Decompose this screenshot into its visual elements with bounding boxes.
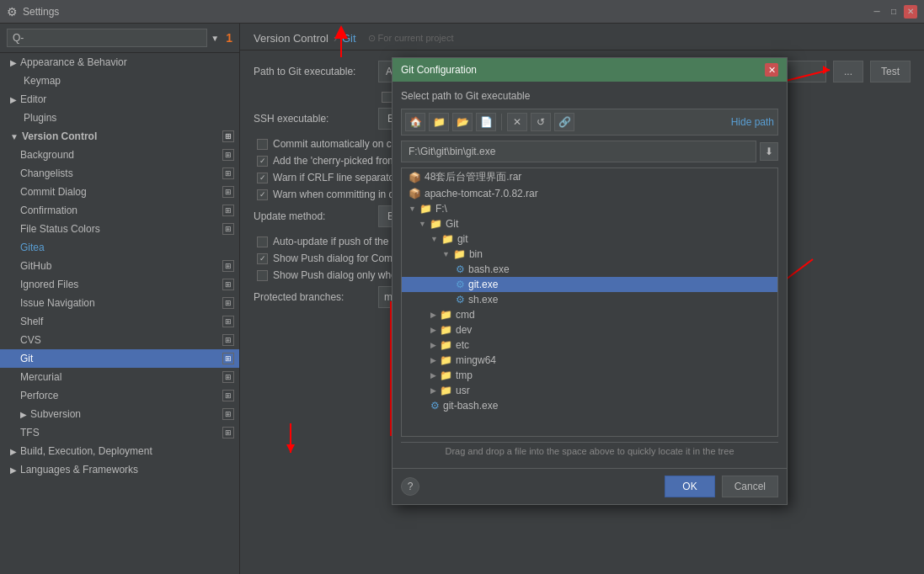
auto-update-checkbox[interactable] [257,237,268,247]
sidebar-item-mercurial[interactable]: Mercurial ⊞ [0,368,239,386]
sidebar-item-label: Keymap [24,75,61,87]
search-input[interactable] [7,29,207,47]
warn-crlf-checkbox[interactable] [257,173,268,183]
sidebar-item-commit-dialog[interactable]: Commit Dialog ⊞ [0,183,239,201]
toolbar-delete-button[interactable]: ✕ [507,113,527,131]
copy-icon: ⊞ [222,205,234,216]
expand-arrow-icon: ▼ [442,250,450,258]
toolbar-new-folder-button[interactable]: 📂 [452,113,473,131]
drag-hint: Drag and drop a file into the space abov… [401,442,778,460]
sidebar-item-appearance[interactable]: ▶ Appearance & Behavior [0,53,239,72]
main-content: Version Control › Git ⊙ For current proj… [240,24,924,574]
sidebar-item-ignored-files[interactable]: Ignored Files ⊞ [0,275,239,294]
show-push-only-checkbox[interactable] [257,270,268,281]
maximize-button[interactable]: □ [887,5,900,19]
git-path-label: Path to Git executable: [254,66,371,77]
tree-item-sh-exe[interactable]: ⚙ sh.exe [402,292,777,307]
sidebar-item-label: Build, Execution, Deployment [20,445,152,457]
browse-button[interactable]: ... [833,61,863,82]
sidebar-item-languages-frameworks[interactable]: ▶ Languages & Frameworks [0,460,239,479]
sidebar-item-git[interactable]: Git ⊞ [0,349,239,368]
tree-item-rar2[interactable]: 📦 apache-tomcat-7.0.82.rar [402,186,777,201]
sidebar-item-plugins[interactable]: Plugins [0,109,239,127]
sidebar-item-build-execution[interactable]: ▶ Build, Execution, Deployment [0,442,239,460]
sidebar-item-editor[interactable]: ▶ Editor [0,90,239,109]
toolbar-folder-button[interactable]: 📁 [429,113,449,131]
copy-icon: ⊞ [222,279,234,290]
tree-item-bin[interactable]: ▼ 📁 bin [402,247,777,262]
collapse-arrow-icon: ▶ [430,326,436,334]
tree-item-bash-exe[interactable]: ⚙ bash.exe [402,262,777,277]
hide-path-link[interactable]: Hide path [731,116,774,128]
add-cherry-checkbox[interactable] [257,156,268,167]
sidebar-item-label: Editor [20,93,46,105]
collapse-arrow-icon: ▶ [10,95,17,104]
expand-arrow-icon: ▼ [430,235,438,243]
tree-item-gitbash-exe[interactable]: ⚙ git-bash.exe [402,398,777,413]
sidebar-item-shelf[interactable]: Shelf ⊞ [0,312,239,331]
toolbar-refresh-button[interactable]: ↺ [531,113,551,131]
expand-arrow-icon: ▼ [10,132,19,141]
dialog-close-button[interactable]: ✕ [765,63,778,77]
sidebar-item-cvs[interactable]: CVS ⊞ [0,331,239,349]
collapse-arrow-icon: ▶ [10,465,17,475]
dialog-footer: ? OK Cancel [393,468,787,504]
sidebar-item-changelists[interactable]: Changelists ⊞ [0,164,239,183]
sidebar-item-subversion[interactable]: ▶ Subversion ⊞ [0,405,239,423]
sidebar-item-file-status-colors[interactable]: File Status Colors ⊞ [0,220,239,238]
sidebar-item-github[interactable]: GitHub ⊞ [0,257,239,275]
search-arrow-icon[interactable]: ▼ [211,34,219,43]
sidebar-item-label: Languages & Frameworks [20,464,138,476]
tree-item-usr[interactable]: ▶ 📁 usr [402,383,777,398]
sidebar-item-label: Perforce [20,390,58,401]
breadcrumb: Version Control › Git ⊙ For current proj… [240,24,924,50]
tree-item-git-lower[interactable]: ▼ 📁 git [402,231,777,247]
sidebar-item-keymap[interactable]: Keymap [0,72,239,90]
download-button[interactable]: ⬇ [760,142,778,161]
commit-cherry-pick-checkbox[interactable] [257,139,268,150]
toolbar-home-button[interactable]: 🏠 [405,113,425,131]
sidebar-item-perforce[interactable]: Perforce ⊞ [0,386,239,405]
sidebar-item-label: Commit Dialog [20,186,87,198]
sidebar-item-tfs[interactable]: TFS ⊞ [0,423,239,442]
sidebar-item-label: Changelists [20,167,73,179]
path-row: ⬇ [401,141,778,162]
help-button[interactable]: ? [401,477,419,496]
minimize-button[interactable]: ─ [870,5,884,19]
sidebar-item-version-control[interactable]: ▼ Version Control ⊞ [0,127,239,146]
tree-item-f-drive[interactable]: ▼ 📁 F:\ [402,201,777,216]
copy-icon: ⊞ [222,371,234,383]
dialog-path-input[interactable] [401,141,756,162]
toolbar-folder2-button[interactable]: 📄 [476,113,496,131]
dialog-toolbar: 🏠 📁 📂 📄 ✕ ↺ 🔗 Hide path [401,109,778,136]
folder-icon: 📁 [440,309,452,321]
sidebar-item-background[interactable]: Background ⊞ [0,146,239,164]
breadcrumb-root: Version Control [254,32,328,45]
tree-item-Git[interactable]: ▼ 📁 Git [402,216,777,231]
ssh-label: SSH executable: [254,113,371,125]
copy-icon: ⊞ [222,130,234,142]
sidebar-item-label: Ignored Files [20,279,78,290]
sidebar-item-issue-navigation[interactable]: Issue Navigation ⊞ [0,294,239,312]
sidebar-item-label: File Status Colors [20,223,100,235]
tree-item-cmd[interactable]: ▶ 📁 cmd [402,307,777,322]
cancel-button[interactable]: Cancel [722,476,778,497]
sidebar-item-label: Git [20,353,33,364]
sidebar-item-label: GitHub [20,260,51,272]
tree-item-etc[interactable]: ▶ 📁 etc [402,337,777,353]
tree-item-git-exe[interactable]: ⚙ git.exe [402,277,777,292]
warn-detached-checkbox[interactable] [257,189,268,200]
tree-item-tmp[interactable]: ▶ 📁 tmp [402,368,777,383]
test-button[interactable]: Test [870,61,911,82]
close-button[interactable]: ✕ [904,5,917,19]
tree-item-rar1[interactable]: 📦 48套后台管理界面.rar [402,168,777,186]
sidebar-item-gitea[interactable]: Gitea [0,238,239,257]
ok-button[interactable]: OK [665,476,714,497]
toolbar-link-button[interactable]: 🔗 [554,113,574,131]
sidebar-item-confirmation[interactable]: Confirmation ⊞ [0,201,239,220]
window-title: Settings [23,6,870,18]
tree-item-mingw64[interactable]: ▶ 📁 mingw64 [402,353,777,368]
dialog-title: Git Configuration [401,64,477,76]
show-push-checkbox[interactable] [257,253,268,264]
tree-item-dev[interactable]: ▶ 📁 dev [402,322,777,337]
